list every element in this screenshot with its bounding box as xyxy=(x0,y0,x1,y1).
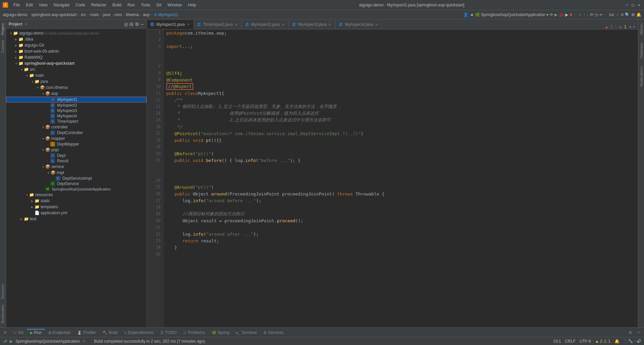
tree-idea[interactable]: ► 📁 .idea xyxy=(6,36,147,42)
tab-close-myaspect1[interactable]: ✕ xyxy=(187,22,190,26)
toolbar-run[interactable]: ▶ xyxy=(554,12,557,17)
tree-com-itheima[interactable]: ▾ 📦 com.itheima xyxy=(6,84,147,91)
project-dropdown[interactable]: ▾ xyxy=(25,22,27,26)
code-content[interactable]: package com.itheima.aop; import ...; @Sl… xyxy=(164,30,638,327)
nav-terminal[interactable]: ▸_ Terminal xyxy=(233,329,260,336)
nav-git[interactable]: ⌥ Git xyxy=(9,329,26,336)
tab-myaspect1[interactable]: C MyAspect1.java ✕ xyxy=(147,20,194,29)
breadcrumb-main[interactable]: main xyxy=(90,12,99,17)
tree-java[interactable]: ▾ 📁 java xyxy=(6,78,147,84)
toolbar-debug[interactable]: 🐞 xyxy=(559,12,564,17)
menu-view[interactable]: View xyxy=(36,2,50,8)
toolbar-refresh[interactable]: ⟳ xyxy=(550,12,553,17)
expand-icon[interactable]: ∧ xyxy=(629,24,632,29)
tab-close-myaspect3[interactable]: ✕ xyxy=(328,23,331,26)
tree-service[interactable]: ▾ 📦 service xyxy=(6,164,147,170)
bookmarks-tab[interactable]: Bookmarks xyxy=(0,302,6,326)
menu-help[interactable]: Help xyxy=(185,2,199,8)
tree-mapper[interactable]: ▾ 📦 mapper xyxy=(6,135,147,141)
tree-main[interactable]: ▾ 📁 main xyxy=(6,72,147,78)
tab-myaspect2[interactable]: C MyAspect2.java ✕ xyxy=(242,20,289,29)
minimize-button[interactable]: ─ xyxy=(625,3,629,7)
tree-deptserviceimpl[interactable]: C DeptServiceImpl xyxy=(6,176,147,181)
project-tab[interactable]: Project xyxy=(0,21,6,38)
tree-impl[interactable]: ▾ 📦 impl xyxy=(6,170,147,176)
window-controls[interactable]: ─ □ ✕ xyxy=(625,3,641,7)
tab-myaspect4[interactable]: C MyAspect4.java ✕ xyxy=(335,20,382,29)
commit-tab[interactable]: Commit xyxy=(0,38,6,56)
database-panel-tab[interactable]: Database xyxy=(639,40,644,61)
breadcrumb-itheima[interactable]: itheima xyxy=(126,12,139,17)
tree-pojo[interactable]: ▾ 📦 pojo xyxy=(6,147,147,153)
menu-file[interactable]: File xyxy=(11,2,22,8)
tree-springapp[interactable]: 🌿 SpringbootAopQuickstartApplication xyxy=(6,186,147,192)
run-tab-close[interactable]: ✕ xyxy=(83,339,86,344)
nav-settings[interactable]: ⚙ xyxy=(1,329,9,335)
breadcrumb-project[interactable]: atguigu-demo xyxy=(3,12,27,17)
nav-spring[interactable]: 🌿 Spring xyxy=(208,329,233,336)
tab-close-myaspect2[interactable]: ✕ xyxy=(282,23,284,26)
nav-dependencies[interactable]: ≡ Dependencies xyxy=(121,329,157,336)
tree-src[interactable]: ▾ 📁 src xyxy=(6,66,147,72)
tab-myaspect3[interactable]: C MyAspect3.java ✕ xyxy=(289,20,336,29)
close-button[interactable]: ✕ xyxy=(637,3,641,7)
menu-refactor[interactable]: Refactor xyxy=(89,2,109,8)
project-settings-btn[interactable]: ⚙ xyxy=(135,21,139,27)
panel-settings-btn[interactable]: ⚙ xyxy=(626,330,634,335)
tab-close-timeaspect[interactable]: ✕ xyxy=(235,23,237,26)
structure-tab[interactable]: Structure xyxy=(0,282,6,302)
menu-build[interactable]: Build xyxy=(110,2,124,8)
tree-deptcontroller[interactable]: C DeptController xyxy=(6,130,147,135)
git-revert[interactable]: ↩ xyxy=(599,12,603,17)
code-editor[interactable]: 1 2 3 7 8 9 10 11 12 13 14 15 16 17 18 1… xyxy=(147,30,638,327)
breadcrumb-file[interactable]: C MyAspect1 xyxy=(154,12,178,17)
run-configuration[interactable]: 🌿 SpringbootAopQuickstartApplication ▾ xyxy=(475,12,549,17)
tree-root[interactable]: ▾ 📁 atguigu-demo E:\idea-workspace\atgui… xyxy=(6,30,147,36)
nav-endpoints[interactable]: ⊞ Endpoints xyxy=(45,329,74,336)
git-check[interactable]: ✓ xyxy=(579,12,582,17)
vcs-icon[interactable]: 👤 xyxy=(463,12,468,17)
menu-run[interactable]: Run xyxy=(125,2,138,8)
tree-templates[interactable]: ► 📁 templates xyxy=(6,204,147,210)
more-tabs-icon[interactable]: ▾ xyxy=(633,24,635,29)
tree-resources[interactable]: ▾ 📁 resources xyxy=(6,192,147,198)
nav-profiler[interactable]: ⌛ Profiler xyxy=(74,329,99,336)
nav-services[interactable]: ⚙ Services xyxy=(260,329,287,336)
breadcrumb-com[interactable]: com xyxy=(114,12,122,17)
tree-springboot-aop[interactable]: ▾ 📁 springboot-aop-quickstart xyxy=(6,60,147,66)
tree-aop-pkg[interactable]: ▾ 📦 aop xyxy=(6,91,147,97)
menu-bar[interactable]: File Edit View Navigate Code Refactor Bu… xyxy=(11,2,199,8)
tree-static[interactable]: ► 📁 static xyxy=(6,198,147,204)
line-ending[interactable]: CRLF xyxy=(565,339,575,344)
collapse-all-btn[interactable]: ⊟ xyxy=(129,21,133,27)
maximize-button[interactable]: □ xyxy=(631,3,635,7)
git-branch-icon[interactable]: ⎇ xyxy=(3,339,7,343)
tree-timeaspect[interactable]: C TimeAspect xyxy=(6,119,147,124)
warnings-indicator[interactable]: ▲ 2 | ⚠ 1 xyxy=(605,24,627,29)
breadcrumb-java[interactable]: java xyxy=(103,12,110,17)
breadcrumb-src[interactable]: src xyxy=(81,12,86,17)
tree-deptmapper[interactable]: I DeptMapper xyxy=(6,141,147,147)
tree-atguigu-git[interactable]: ► 📁 atguigu-Git xyxy=(6,42,147,48)
tree-myaspect4[interactable]: C MyAspect4 xyxy=(6,113,147,119)
git-history[interactable]: ◷ xyxy=(595,12,598,17)
search-icon[interactable]: 🔍 xyxy=(625,12,630,17)
tree-result[interactable]: C Result xyxy=(6,158,147,164)
tree-deptservice[interactable]: I DeptService xyxy=(6,181,147,186)
tree-dept[interactable]: C Dept xyxy=(6,153,147,158)
git-pull[interactable]: ↓ xyxy=(587,12,589,17)
git-fetch[interactable]: ⟳ xyxy=(590,12,593,17)
back-icon[interactable]: ◄ xyxy=(470,12,474,17)
tree-controller[interactable]: ▾ 📦 controller xyxy=(6,124,147,130)
settings-icon[interactable]: ⚙ xyxy=(631,12,635,17)
nav-build[interactable]: 🔨 Build xyxy=(99,329,121,336)
tree-myaspect2[interactable]: C MyAspect2 xyxy=(6,103,147,108)
nav-problems[interactable]: ⚠ Problems xyxy=(180,329,208,336)
notifications-panel-tab[interactable]: Notifications xyxy=(639,64,644,89)
nav-todo[interactable]: ☰ TODO xyxy=(157,329,180,336)
menu-window[interactable]: Window xyxy=(165,2,184,8)
notification-bell[interactable]: 🔔 xyxy=(614,339,620,344)
tab-close-myaspect4[interactable]: ✕ xyxy=(375,23,378,26)
cursor-position[interactable]: 19:1 xyxy=(553,339,561,344)
menu-navigate[interactable]: Navigate xyxy=(51,2,72,8)
